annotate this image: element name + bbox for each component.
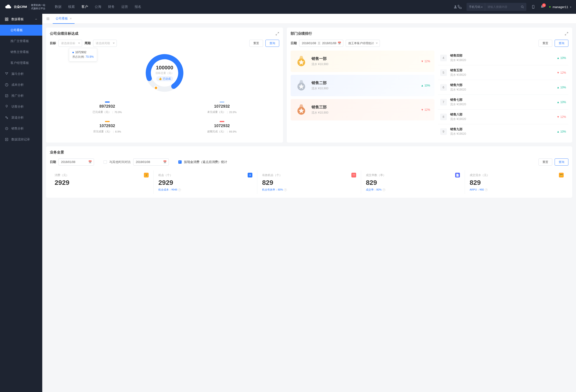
kpi-item: 消费（元）💰2929 bbox=[50, 170, 154, 194]
brand-name: 云朵CRM bbox=[14, 5, 27, 9]
compare-date[interactable]: 2018/01/08📅 bbox=[133, 158, 169, 166]
rank-row[interactable]: 4销售四部流水 ¥19020▲ 10% bbox=[438, 51, 568, 65]
sidebar-item[interactable]: 数据流转记录 bbox=[0, 134, 42, 145]
kpi-item: 机会（个）✈2929机会成本：¥948 ? bbox=[154, 170, 257, 194]
expand-icon[interactable] bbox=[275, 32, 279, 36]
kpi-item: 成交单数（单）📄829成交率：80% ? bbox=[361, 170, 465, 194]
target-select[interactable]: 请选择目标 bbox=[58, 40, 82, 47]
nav-item[interactable]: 财务 bbox=[108, 5, 115, 9]
rank-row[interactable]: 6销售六部流水 ¥19020▲ 10% bbox=[438, 80, 568, 95]
tabbar: 公司看板× bbox=[42, 14, 576, 24]
user-menu[interactable]: manager11▾ bbox=[549, 5, 571, 9]
kpi-icon: 💰 bbox=[144, 173, 149, 178]
calendar-icon: 📅 bbox=[163, 160, 167, 164]
reset-button[interactable]: 重置 bbox=[539, 40, 552, 47]
svg-point-0 bbox=[455, 5, 456, 7]
rank-top-card[interactable]: 2销售二部流水 ¥10,900▲ 10% bbox=[291, 75, 434, 96]
search-type-select[interactable]: 手机号码▾ bbox=[466, 3, 485, 11]
sidebar-item[interactable]: 推广分析 bbox=[0, 90, 42, 101]
sidebar-icon bbox=[5, 83, 8, 87]
cash-checkbox[interactable] bbox=[178, 160, 182, 164]
stat-item: 1072932超额完成（元）|89.9% bbox=[165, 121, 279, 133]
donut-chart: 100000 目标总量（元） 👍已达成 bbox=[143, 52, 186, 94]
logo[interactable]: 云朵CRM 教育机构一站式服务云平台 bbox=[5, 3, 45, 10]
reset-button[interactable]: 重置 bbox=[539, 158, 552, 166]
period-label: 周期 bbox=[85, 41, 91, 45]
rank-row[interactable]: 8销售八部流水 ¥19020▼ 12% bbox=[438, 110, 568, 124]
sidebar-sub-item[interactable]: 推广主管看板 bbox=[0, 36, 42, 47]
search-input[interactable] bbox=[485, 5, 518, 8]
stat-item: 1072932应完成量（元）|8.9% bbox=[50, 121, 165, 133]
menu-icon[interactable] bbox=[46, 17, 50, 21]
nav-item[interactable]: 数据 bbox=[55, 5, 61, 9]
calendar-icon: 📅 bbox=[88, 160, 92, 164]
sidebar-sub-item[interactable]: 公司看板 bbox=[0, 25, 42, 36]
svg-rect-13 bbox=[5, 138, 8, 141]
rank-row[interactable]: 7销售七部流水 ¥19020▲ 10% bbox=[438, 95, 568, 110]
medal-icon: 1 bbox=[295, 55, 308, 68]
reset-button[interactable]: 重置 bbox=[249, 40, 263, 47]
nav-item[interactable]: 客户 bbox=[82, 5, 88, 9]
rank-top-card[interactable]: 3销售三部流水 ¥10,900▼ 12% bbox=[291, 99, 434, 121]
svg-point-10 bbox=[5, 117, 6, 117]
mobile-icon[interactable] bbox=[531, 5, 535, 9]
user-icon[interactable] bbox=[453, 5, 458, 9]
bell-icon[interactable]: 5 bbox=[540, 5, 545, 9]
sidebar-header[interactable]: 数据看板 bbox=[0, 14, 42, 25]
tab-close-icon[interactable]: × bbox=[70, 17, 72, 20]
compare-checkbox[interactable] bbox=[104, 160, 107, 164]
medal-icon: 3 bbox=[295, 103, 308, 116]
target-card: 公司业绩目标达成 目标 请选择目标 周期 请选择周期 重置 查询 bbox=[46, 28, 283, 143]
sidebar-icon bbox=[5, 116, 8, 120]
rank-card: 部门业绩排行 日期 2018/01/08 至 2018/01/08📅 按工单客户… bbox=[287, 28, 572, 143]
sidebar-icon bbox=[5, 72, 8, 76]
query-button[interactable]: 查询 bbox=[555, 158, 568, 166]
date-input[interactable]: 2018/01/08📅 bbox=[58, 158, 94, 166]
phone-icon[interactable] bbox=[458, 5, 462, 9]
search-button[interactable] bbox=[518, 3, 526, 11]
query-button[interactable]: 查询 bbox=[265, 40, 279, 47]
nav-item[interactable]: 运营 bbox=[121, 5, 128, 9]
stat-item: 1072932未完成量（元）|20.9% bbox=[165, 101, 279, 114]
sidebar-item[interactable]: 漏斗分析 bbox=[0, 68, 42, 79]
kpi-icon: ✈ bbox=[248, 173, 252, 178]
nav-item[interactable]: 报名 bbox=[135, 5, 141, 9]
svg-rect-6 bbox=[5, 20, 6, 21]
svg-rect-7 bbox=[7, 20, 8, 21]
rank-row[interactable]: 9销售九部流水 ¥19020▲ 10% bbox=[438, 124, 568, 139]
sidebar-sub-item[interactable]: 销售主管看板 bbox=[0, 47, 42, 58]
rank-top-card[interactable]: 1销售一部流水 ¥10,900▼ 12% bbox=[291, 51, 434, 72]
chevron-up-icon bbox=[35, 18, 37, 21]
nav-item[interactable]: 公海 bbox=[95, 5, 101, 9]
rank-row[interactable]: 5销售五部流水 ¥19020▼ 12% bbox=[438, 65, 568, 80]
kpi-icon: 📄 bbox=[455, 173, 460, 178]
medal-icon: 2 bbox=[295, 79, 308, 92]
date-label: 日期 bbox=[50, 160, 56, 164]
target-title: 公司业绩目标达成 bbox=[50, 31, 78, 36]
kpi-item: 成交流水（元）💳829ARPU：¥80 ? bbox=[465, 170, 568, 194]
sidebar-sub-item[interactable]: 客户经理看板 bbox=[0, 58, 42, 68]
expand-icon[interactable] bbox=[565, 32, 568, 36]
stat-item: 8972932已完成量（元）|70.9% bbox=[50, 101, 165, 114]
mode-select[interactable]: 按工单客户经理统计 bbox=[346, 40, 380, 47]
sidebar-item[interactable]: 销售分析 bbox=[0, 123, 42, 134]
cash-label: 按现金消费（返点后消费）统计 bbox=[184, 160, 227, 164]
donut-label: 目标总量（元） bbox=[155, 71, 174, 75]
kpi-item: 有效机会（个）🛡829机会有效率：80% ? bbox=[257, 170, 361, 194]
tab-company[interactable]: 公司看板× bbox=[53, 14, 75, 24]
sidebar-item[interactable]: 渠道分析 bbox=[0, 112, 42, 123]
logo-icon bbox=[5, 3, 12, 10]
period-select[interactable]: 请选择周期 bbox=[93, 40, 117, 47]
compare-label: 与其他时间对比 bbox=[109, 160, 131, 164]
sidebar-item[interactable]: 成本分析 bbox=[0, 79, 42, 90]
chart-tooltip: 1072932 所占比例:70.9% bbox=[69, 48, 97, 61]
kpi-icon: 💳 bbox=[559, 173, 564, 178]
kpi-icon: 🛡 bbox=[351, 173, 356, 178]
nav-item[interactable]: 线索 bbox=[68, 5, 75, 9]
calendar-icon: 📅 bbox=[338, 42, 341, 45]
svg-rect-5 bbox=[7, 18, 8, 19]
sidebar-icon bbox=[5, 105, 8, 109]
sidebar-item[interactable]: 访客分析 bbox=[0, 101, 42, 112]
query-button[interactable]: 查询 bbox=[555, 40, 568, 47]
date-from[interactable]: 2018/01/08 至 2018/01/08📅 bbox=[299, 40, 343, 47]
